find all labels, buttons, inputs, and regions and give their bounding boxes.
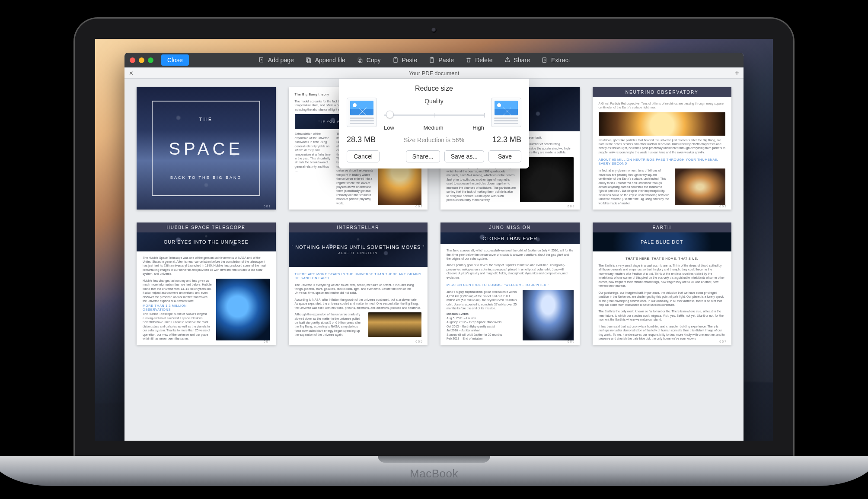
article-text: The Earth is a very small stage in a vas… [599,264,726,288]
original-preview [347,98,377,127]
page-number: 002 [415,205,423,208]
article-text: It has been said that astronomy is a hum… [599,324,726,341]
share-icon [504,57,511,64]
page-plus-icon [258,57,265,64]
page-thumbnail[interactable]: INTERSTELLAR “ NOTHING HAPPENS UNTIL SOM… [289,222,428,345]
paste-button-1[interactable]: Paste [392,57,418,64]
clipboard-icon [392,57,399,64]
reduced-preview [491,98,521,127]
file-stack-icon [305,57,312,64]
inline-image [599,112,726,136]
quality-label: Quality [424,98,444,105]
share-label: Share [514,57,530,64]
article-subhead: ABOUT 65 MILLION NEUTRINOS PASS THROUGH … [599,158,726,165]
page-header: HUBBLE SPACE TELESCOPE [137,222,276,232]
svg-rect-2 [307,59,310,63]
svg-rect-3 [358,58,361,61]
dialog-title: Reduce size [347,85,521,92]
article-subhead: THAT'S HERE. THAT'S HOME. THAT'S US. [599,257,726,261]
quality-medium-label: Medium [423,124,443,131]
svg-rect-4 [359,59,362,63]
tab-bar: ✕ Your PDF document + [124,67,744,79]
hero-text: OUR EYES INTO THE UNIVERSE [164,239,249,245]
page-number: 001 [264,205,271,208]
add-page-button[interactable]: Add page [258,57,294,64]
cover-subtitle: BACK TO THE BIG BANG [170,175,242,180]
traffic-close-icon[interactable] [130,57,135,63]
delete-label: Delete [475,57,492,64]
article-text: Extrapolation of the expansion of the un… [295,132,332,172]
page-thumbnail[interactable]: EARTH PALE BLUE DOT THAT'S HERE. THAT'S … [593,222,732,345]
cover-title: SPACE [169,139,243,159]
svg-rect-1 [306,58,309,62]
traffic-lights[interactable] [130,57,153,63]
laptop-frame: Close Add page Append file [73,17,795,486]
article-subhead: THERE ARE MORE STARS IN THE UNIVERSE THA… [295,272,422,280]
article-subhead: MORE THAN 1.3 MILLION OBSERVATIONS [143,304,212,311]
page-number: 005 [415,340,423,343]
article-text: The universe is everything we can touch,… [295,283,422,295]
page-thumbnail[interactable]: HUBBLE SPACE TELESCOPE OUR EYES INTO THE… [137,222,276,345]
page-number: 006 [568,340,575,343]
document-title: Your PDF document [409,70,460,76]
traffic-minimize-icon[interactable] [139,57,144,63]
article-text: The Hubble Telescope is one of NASA's lo… [143,312,212,340]
page-number: 008 [568,205,575,208]
extract-label: Extract [551,57,570,64]
page-header: NEUTRINO OBSERVATORY [593,87,732,97]
slider-knob-icon[interactable] [386,111,394,118]
traffic-zoom-icon[interactable] [148,57,153,63]
events-title: Mission Events [447,312,469,315]
delete-button[interactable]: Delete [465,57,492,64]
hero-text: CLOSER THAN EVER [482,236,537,241]
tab-add-icon[interactable]: + [734,69,739,77]
hero-image: “ NOTHING HAPPENS UNTIL SOMETHING MOVES … [289,232,428,267]
paste-label-2: Paste [438,57,454,64]
hero-byline: ALBERT EINSTEIN [338,251,378,254]
hero-image: OUR EYES INTO THE UNIVERSE [137,232,276,251]
inline-image [523,290,573,340]
page-thumbnail[interactable]: JUNO MISSION CLOSER THAN EVER The Juno s… [440,222,580,345]
close-button[interactable]: Close [161,54,189,66]
quality-slider[interactable] [384,109,484,122]
save-as-button[interactable]: Save as... [444,150,484,162]
article-lede: A Ghost Particle Retrospective. Tens of … [599,102,726,110]
extract-button[interactable]: Extract [541,57,570,64]
save-button[interactable]: Save [488,150,521,162]
trash-icon [465,57,472,64]
inline-image [675,168,725,205]
paste-button-2[interactable]: Paste [428,57,454,64]
image-icon [495,101,518,115]
copy-button[interactable]: Copy [357,57,381,64]
quality-low-label: Low [384,124,394,131]
reduce-size-dialog: Reduce size Quality [339,79,529,168]
article-text: According to NASA, after inflation the g… [295,298,422,310]
quality-high-label: High [472,124,484,131]
article-subhead: MISSION CONTROL TO COMMS: "WELCOME TO JU… [447,283,574,287]
article-text: Juno's highly elliptical initial polar o… [447,290,518,310]
camera-dot [431,28,437,33]
article-text: Neutrinos, ghostlike particles that floo… [599,138,726,155]
reduction-text: Size Reduction is 56% [404,137,464,143]
hero-quote: “ NOTHING HAPPENS UNTIL SOMETHING MOVES … [291,245,424,250]
page-number: 007 [719,340,727,343]
page-number: 003 [719,205,727,208]
image-icon [350,101,373,115]
cover-frame: THE SPACE BACK TO THE BIG BANG [152,101,260,196]
page-header: EARTH [593,222,732,232]
tab-close-icon[interactable]: ✕ [129,70,134,76]
extract-icon [541,57,548,64]
page-thumbnail[interactable]: THE SPACE BACK TO THE BIG BANG 001 [137,87,276,210]
share-button[interactable]: Share [504,57,530,64]
article-text: Hubble has changed astronomy and has giv… [143,279,212,303]
original-size-value: 28.3 MB [347,135,376,144]
cancel-button[interactable]: Cancel [347,150,380,162]
titlebar: Close Add page Append file [124,53,744,67]
share-button[interactable]: Share... [406,150,440,162]
page-number: 004 [264,340,271,343]
copy-icon [357,57,364,64]
article-text: The Hubble Space Telescope was one of th… [143,256,270,276]
append-file-button[interactable]: Append file [305,57,345,64]
page-thumbnail[interactable]: NEUTRINO OBSERVATORY A Ghost Particle Re… [593,87,732,210]
reduced-size-value: 12.3 MB [492,135,521,144]
